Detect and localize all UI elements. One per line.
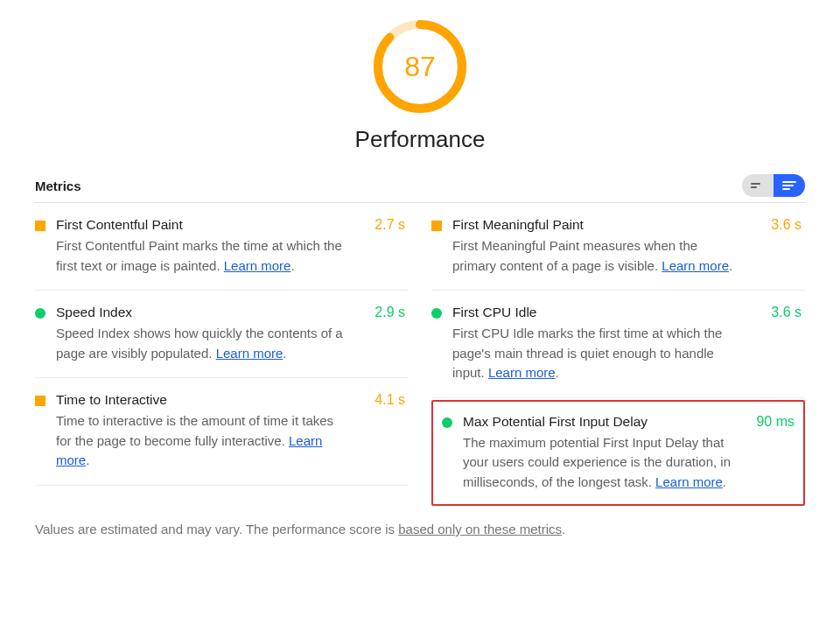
view-toggle[interactable] — [742, 174, 805, 197]
metric-title: Max Potential First Input Delay — [463, 414, 733, 430]
status-pass-icon — [35, 308, 46, 319]
metric-row: First Contentful PaintFirst Contentful P… — [35, 203, 409, 291]
status-average-icon — [35, 396, 46, 406]
metric-row: Max Potential First Input DelayThe maxim… — [431, 400, 805, 507]
score-value: 87 — [371, 18, 469, 116]
metric-body: Time to InteractiveTime to interactive i… — [56, 392, 344, 471]
metric-title: Time to Interactive — [56, 392, 344, 408]
learn-more-link[interactable]: Learn more — [216, 346, 284, 361]
status-average-icon — [431, 221, 442, 231]
metric-description: First Contentful Paint marks the time at… — [56, 236, 344, 276]
metric-value: 2.7 s — [361, 217, 405, 233]
compact-icon — [751, 180, 765, 191]
metric-row: Speed IndexSpeed Index shows how quickly… — [35, 291, 409, 378]
metric-value: 3.6 s — [758, 305, 802, 320]
learn-more-link[interactable]: Learn more — [488, 365, 556, 380]
metric-description: First CPU Idle marks the first time at w… — [452, 324, 740, 383]
metric-value: 3.6 s — [758, 217, 802, 233]
metric-description: Time to interactive is the amount of tim… — [56, 411, 344, 471]
metrics-heading: Metrics — [35, 179, 81, 193]
score-gauge-area: 87 Performance — [35, 18, 805, 153]
category-title: Performance — [355, 126, 486, 153]
metric-body: First CPU IdleFirst CPU Idle marks the f… — [452, 305, 740, 383]
metric-description: First Meaningful Paint measures when the… — [452, 236, 740, 276]
status-pass-icon — [431, 308, 442, 319]
metric-body: First Meaningful PaintFirst Meaningful P… — [452, 217, 740, 276]
metric-title: First Meaningful Paint — [452, 217, 740, 233]
metric-title: Speed Index — [56, 305, 344, 320]
footnote-text: Values are estimated and may vary. The p… — [35, 522, 805, 536]
metric-row: Time to InteractiveTime to interactive i… — [35, 378, 409, 486]
metric-row: First CPU IdleFirst CPU Idle marks the f… — [431, 291, 805, 398]
metric-value: 90 ms — [751, 414, 794, 430]
expanded-icon — [782, 179, 796, 192]
learn-more-link[interactable]: Learn more — [662, 258, 729, 273]
metric-row: First Meaningful PaintFirst Meaningful P… — [431, 203, 805, 291]
compact-view-toggle[interactable] — [742, 174, 774, 197]
metric-body: Max Potential First Input DelayThe maxim… — [463, 414, 733, 493]
score-gauge: 87 — [371, 18, 469, 116]
learn-more-link[interactable]: Learn more — [655, 474, 723, 489]
status-average-icon — [35, 221, 46, 231]
metric-body: First Contentful PaintFirst Contentful P… — [56, 217, 344, 276]
metric-value: 2.9 s — [361, 305, 405, 320]
metric-title: First CPU Idle — [452, 305, 740, 320]
metric-title: First Contentful Paint — [56, 217, 344, 233]
metric-body: Speed IndexSpeed Index shows how quickly… — [56, 305, 344, 363]
metric-value: 4.1 s — [361, 392, 405, 408]
expanded-view-toggle[interactable] — [774, 174, 805, 197]
metric-description: The maximum potential First Input Delay … — [463, 433, 733, 493]
learn-more-link[interactable]: Learn more — [224, 258, 291, 273]
metric-description: Speed Index shows how quickly the conten… — [56, 324, 344, 363]
status-pass-icon — [442, 417, 452, 428]
based-on-metrics-link[interactable]: based only on these metrics — [398, 522, 562, 536]
